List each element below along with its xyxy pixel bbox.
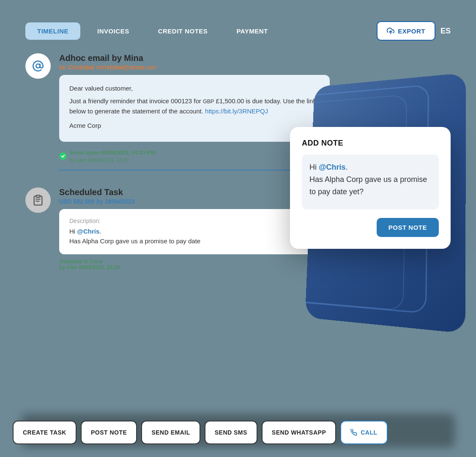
task-mention: @Chris — [77, 228, 99, 235]
more-tabs[interactable]: ES — [440, 27, 451, 36]
send-email-button[interactable]: SEND EMAIL — [141, 421, 200, 444]
note-mention: @Chris — [319, 163, 346, 171]
tab-invoices[interactable]: INVOICES — [85, 22, 141, 40]
phone-icon — [350, 429, 357, 436]
upload-cloud-icon — [387, 27, 394, 35]
email-open-by: by Alex 09/04/2023, 13:33 — [70, 157, 129, 163]
email-greeting: Dear valued customer, — [69, 83, 320, 94]
create-task-label: CREATE TASK — [23, 429, 66, 436]
email-company: Acme Corp — [69, 121, 320, 131]
export-button[interactable]: EXPORT — [377, 21, 435, 41]
email-subtitle: to: Cristobal <cristobal@acme.co> — [59, 64, 451, 71]
task-description: Hi @Chris. Has Alpha Corp gave us a prom… — [69, 227, 320, 246]
send-sms-button[interactable]: SEND SMS — [205, 421, 257, 444]
send-whatsapp-label: SEND WHATSAPP — [272, 429, 326, 436]
email-card: Dear valued customer, Just a friendly re… — [59, 75, 330, 142]
email-title: Adhoc email by Mina — [59, 53, 451, 63]
email-body: Just a friendly reminder that invoice 00… — [69, 96, 320, 116]
clipboard-icon — [32, 194, 44, 206]
email-icon-circle — [25, 53, 51, 79]
post-note-action-button[interactable]: POST NOTE — [81, 421, 137, 444]
add-note-modal: ADD NOTE Hi @Chris. Has Alpha Corp gave … — [290, 127, 451, 249]
description-label: Description: — [69, 217, 320, 224]
send-whatsapp-button[interactable]: SEND WHATSAPP — [262, 421, 336, 444]
add-note-title: ADD NOTE — [302, 139, 439, 148]
task-card: Description: Hi @Chris. Has Alpha Corp g… — [59, 209, 330, 254]
create-task-button[interactable]: CREATE TASK — [13, 421, 77, 444]
status-check-icon — [59, 152, 67, 160]
email-open-status: Email open 09/04/2023, 04:23 PM — [70, 149, 156, 156]
post-note-action-label: POST NOTE — [91, 429, 127, 436]
svg-rect-2 — [36, 195, 40, 197]
tab-payment[interactable]: PAYMENT — [224, 22, 279, 40]
post-note-button[interactable]: POST NOTE — [377, 218, 439, 237]
task-icon-circle — [25, 187, 51, 213]
send-email-label: SEND EMAIL — [151, 429, 190, 436]
at-icon — [32, 60, 44, 72]
send-sms-label: SEND SMS — [215, 429, 247, 436]
call-button[interactable]: CALL — [340, 421, 387, 444]
top-navigation: TIMELINE INVOICES CREDIT NOTES PAYMENT E… — [0, 0, 476, 49]
add-note-content-area[interactable]: Hi @Chris. Has Alpha Corp gave us a prom… — [302, 154, 439, 209]
svg-point-1 — [36, 64, 40, 68]
divider — [59, 170, 304, 171]
email-link[interactable]: https://bit.ly/3RNEPQJ — [205, 107, 268, 115]
tab-timeline[interactable]: TIMELINE — [25, 22, 80, 40]
tab-credit-notes[interactable]: CREDIT NOTES — [146, 22, 220, 40]
note-text: Hi @Chris. Has Alpha Corp gave us a prom… — [309, 161, 431, 198]
bottom-action-bar-wrapper: CREATE TASK POST NOTE SEND EMAIL SEND SM… — [13, 421, 463, 444]
export-label: EXPORT — [398, 28, 425, 35]
status-text-group: Email open 09/04/2023, 04:23 PM by Alex … — [70, 149, 156, 164]
bottom-action-bar: CREATE TASK POST NOTE SEND EMAIL SEND SM… — [13, 421, 463, 444]
call-label: CALL — [361, 429, 377, 436]
